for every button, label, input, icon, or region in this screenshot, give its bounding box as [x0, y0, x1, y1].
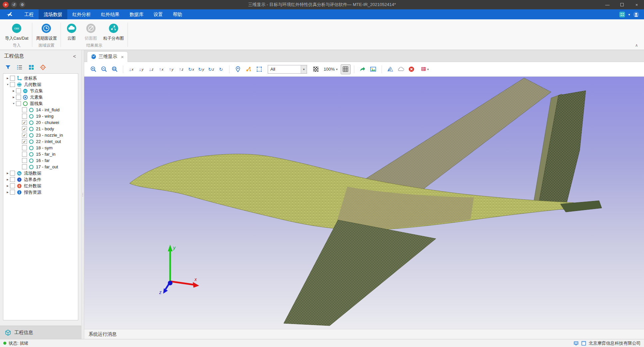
tree-item-element-set[interactable]: ▶元素集: [3, 94, 78, 100]
menu-item-engineering[interactable]: 工程: [19, 9, 39, 19]
settings-gear-icon[interactable]: ⚙: [19, 2, 25, 8]
tree-item-surface-17-far-out[interactable]: 17 - far_out: [3, 164, 78, 170]
mesh-grid-toggle[interactable]: [341, 64, 351, 74]
import-cas-dat-button[interactable]: cas导入Cas/Dat: [3, 21, 31, 42]
tree-checkbox[interactable]: ✓: [22, 126, 27, 131]
cloud-display-button[interactable]: [396, 64, 406, 74]
mirror-button[interactable]: [385, 64, 395, 74]
tree-expand-arrow[interactable]: ▶: [5, 191, 10, 194]
tree-checkbox[interactable]: [10, 177, 15, 182]
transparency-button[interactable]: [311, 64, 321, 74]
tree-item-report-resource[interactable]: ▶报告资源: [3, 189, 78, 195]
rotate-y-button[interactable]: ↻y: [196, 64, 206, 74]
tree-item-surface-16-far[interactable]: 16 - far: [3, 157, 78, 164]
zoom-out-button[interactable]: [99, 64, 109, 74]
menu-item-infrared-results[interactable]: 红外结果: [96, 9, 125, 19]
tree-item-flow-field-data[interactable]: ▶流场数据: [3, 170, 78, 176]
tree-checkbox[interactable]: [10, 183, 15, 188]
panel-splitter[interactable]: ⋮: [81, 50, 84, 339]
app-logo-icon[interactable]: ✈: [3, 2, 9, 8]
apps-grid-icon[interactable]: [619, 11, 625, 18]
node-points-button[interactable]: [243, 64, 253, 74]
display-mode-icon[interactable]: [573, 341, 579, 346]
tree-checkbox[interactable]: [22, 145, 27, 150]
view-y-down-button[interactable]: ↓y: [137, 64, 146, 74]
account-icon[interactable]: [633, 11, 639, 18]
tree-item-infrared-data[interactable]: ▶红外数据: [3, 183, 78, 189]
tree-checkbox[interactable]: [10, 171, 15, 176]
rotate-x-button[interactable]: ↻x: [186, 64, 196, 74]
tree-expand-arrow[interactable]: ▶: [5, 77, 10, 80]
tree-item-geometry-data[interactable]: ▼几何数据: [3, 81, 78, 88]
view-z-up-button[interactable]: ↑z: [176, 64, 186, 74]
menu-item-infrared-analysis[interactable]: 红外分析: [67, 9, 96, 19]
project-info-tab[interactable]: 工程信息: [0, 326, 81, 339]
tree-checkbox[interactable]: [22, 152, 27, 157]
tree-expand-arrow[interactable]: ▶: [5, 185, 10, 187]
tree-item-surface-19-wing[interactable]: 19 - wing: [3, 113, 78, 119]
view-y-up-button[interactable]: ↑y: [166, 64, 176, 74]
probe-pin-button[interactable]: [233, 64, 243, 74]
tree-item-coordinate-system[interactable]: ▶坐标系: [3, 75, 78, 81]
viewport-3d[interactable]: y x z: [84, 77, 644, 329]
close-button[interactable]: ×: [629, 0, 644, 9]
menu-item-database[interactable]: 数据库: [125, 9, 149, 19]
clear-results-button[interactable]: [407, 64, 417, 74]
tab-close-icon[interactable]: ×: [121, 54, 124, 60]
target-icon[interactable]: [40, 64, 46, 70]
list-view-icon[interactable]: [17, 64, 23, 70]
menubar-caret-icon[interactable]: ▾: [628, 13, 630, 16]
tree-item-node-set[interactable]: ▶节点集: [3, 88, 78, 94]
tree-checkbox[interactable]: ✓: [22, 120, 27, 125]
tree-checkbox[interactable]: [10, 82, 15, 87]
tree-item-surface-23-nozzle-in[interactable]: ✓23 - nozzle_in: [3, 132, 78, 138]
screenshot-button[interactable]: [368, 64, 378, 74]
tree-checkbox[interactable]: [16, 101, 21, 106]
tree-expand-arrow[interactable]: ▼: [11, 102, 16, 105]
periodic-face-setting-button[interactable]: 周期面设置: [34, 21, 59, 42]
view-z-down-button[interactable]: ↓z: [147, 64, 156, 74]
tree-checkbox[interactable]: [10, 76, 15, 81]
tree-checkbox[interactable]: [22, 114, 27, 119]
panel-collapse-button[interactable]: <: [72, 53, 77, 59]
tree-expand-arrow[interactable]: ▶: [5, 172, 10, 175]
grid-view-icon[interactable]: [28, 64, 34, 70]
filter-icon[interactable]: [5, 64, 11, 70]
tree-item-surface-15-far-in[interactable]: 15 - far_in: [3, 151, 78, 157]
menu-item-help[interactable]: 帮助: [168, 9, 187, 19]
tree-expand-arrow[interactable]: ▼: [5, 83, 10, 86]
view-x-up-button[interactable]: ↑x: [157, 64, 166, 74]
tree-checkbox[interactable]: [16, 95, 21, 100]
window-layout-icon[interactable]: [581, 341, 586, 346]
tree-checkbox[interactable]: ✓: [22, 139, 27, 144]
tree-checkbox[interactable]: [22, 164, 27, 169]
tree-checkbox[interactable]: [22, 158, 27, 163]
tree-checkbox[interactable]: ✓: [22, 133, 27, 138]
menu-item-flow-field-data[interactable]: 流场数据: [39, 9, 67, 19]
view-x-down-button[interactable]: ↓x: [127, 64, 136, 74]
tree-item-surface-20-chuiwei[interactable]: ✓20 - chuiwei: [3, 119, 78, 126]
display-filter-combo[interactable]: All ▾: [268, 65, 307, 74]
tree-item-surface-18-sym[interactable]: 18 - sym: [3, 145, 78, 151]
tree-item-face-set[interactable]: ▼面线集: [3, 100, 78, 107]
combo-dropdown-icon[interactable]: ▾: [301, 65, 307, 73]
texture-caret-icon[interactable]: ▾: [427, 68, 429, 71]
tree-item-boundary-condition[interactable]: ▶f边界条件: [3, 176, 78, 183]
export-arrow-button[interactable]: [358, 64, 368, 74]
tab-3d-display[interactable]: 三维显示 ×: [87, 51, 128, 62]
particle-distribution-button[interactable]: 粒子分布图: [101, 21, 127, 42]
zoom-window-button[interactable]: [110, 64, 120, 74]
maximize-button[interactable]: [615, 0, 629, 9]
ribbon-collapse-icon[interactable]: ∧: [635, 43, 638, 48]
tree-item-surface-21-body[interactable]: ✓21 - body: [3, 126, 78, 132]
tree-checkbox[interactable]: [22, 107, 27, 112]
rotate-free-button[interactable]: ↻: [216, 64, 226, 74]
zoom-in-button[interactable]: [88, 64, 98, 74]
contour-map-button[interactable]: 云图: [62, 21, 81, 42]
tree-item-surface-14-int-fluid[interactable]: 14 - int_fluid: [3, 107, 78, 113]
box-select-button[interactable]: [254, 64, 264, 74]
tree-checkbox[interactable]: [16, 88, 21, 93]
tree-item-surface-22-inlet-out[interactable]: ✓22 - inlet_out: [3, 138, 78, 145]
texture-render-button[interactable]: ▾: [417, 64, 432, 74]
tree-checkbox[interactable]: [10, 190, 15, 195]
